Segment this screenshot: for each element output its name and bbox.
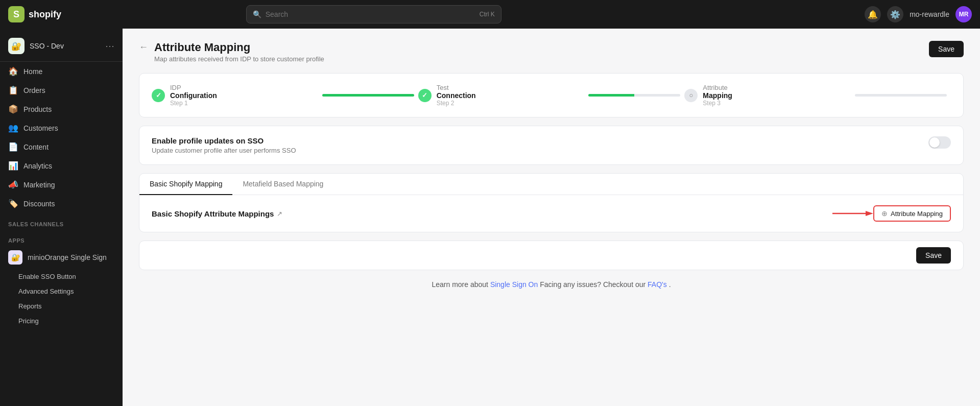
- shopify-logo: S shopify: [8, 6, 61, 22]
- step-3-name: Mapping: [703, 91, 732, 100]
- home-icon: 🏠: [8, 66, 18, 76]
- step-2-name: Connection: [437, 91, 476, 100]
- step-3: ○ Attribute Mapping Step 3: [684, 84, 851, 107]
- external-link-icon[interactable]: ↗: [277, 210, 282, 218]
- sidebar-item-reports[interactable]: Reports: [0, 299, 123, 314]
- step-1: ✓ IDP Configuration Step 1: [152, 84, 318, 107]
- tabs-card: Basic Shopify Mapping Metafield Based Ma…: [139, 173, 964, 232]
- tab-basic-shopify[interactable]: Basic Shopify Mapping: [139, 174, 232, 195]
- enable-sso-label: Enable SSO Button: [18, 273, 76, 280]
- page-title: Attribute Mapping: [154, 41, 324, 54]
- faq-link[interactable]: FAQ's: [648, 280, 667, 289]
- tabs-row: Basic Shopify Mapping Metafield Based Ma…: [139, 174, 963, 195]
- toggle-card: Enable profile updates on SSO Update cus…: [139, 126, 964, 165]
- search-shortcut: Ctrl K: [480, 11, 495, 18]
- single-sign-on-link[interactable]: Single Sign On: [490, 280, 538, 289]
- topbar-right: 🔔 ⚙️ mo-rewardle MR: [865, 6, 972, 22]
- miniorange-app-name: minioOrange Single Sign: [28, 253, 107, 261]
- footer-save-button[interactable]: Save: [916, 247, 951, 264]
- customers-icon: 👥: [8, 123, 18, 133]
- content-icon: 📄: [8, 142, 18, 152]
- learn-more-suffix: .: [669, 280, 671, 289]
- sidebar-item-advanced-settings[interactable]: Advanced Settings: [0, 284, 123, 299]
- topbar: S shopify 🔍 Ctrl K 🔔 ⚙️ mo-rewardle MR: [0, 0, 980, 29]
- search-input[interactable]: [266, 10, 475, 18]
- page-title-block: Attribute Mapping Map attributes receive…: [154, 41, 324, 63]
- app-expand-icon[interactable]: ⋯: [105, 40, 114, 52]
- sidebar: 🔐 SSO - Dev ⋯ 🏠 Home 📋 Orders 📦 Products…: [0, 29, 123, 406]
- steps-row: ✓ IDP Configuration Step 1 ✓ Test Connec…: [152, 84, 951, 107]
- header-save-button[interactable]: Save: [929, 41, 964, 57]
- products-icon: 📦: [8, 104, 18, 114]
- sidebar-item-discounts-label: Discounts: [23, 200, 55, 208]
- reports-label: Reports: [18, 302, 42, 310]
- shopify-logo-icon: S: [8, 6, 25, 22]
- sales-channels-label: Sales channels: [0, 213, 123, 229]
- tab-metafield[interactable]: Metafield Based Mapping: [232, 174, 333, 195]
- step-progress-1: [322, 94, 414, 97]
- sidebar-item-customers-label: Customers: [23, 124, 58, 132]
- sidebar-item-orders-label: Orders: [23, 86, 45, 94]
- app-header-actions[interactable]: ⋯: [105, 40, 114, 52]
- sidebar-item-products[interactable]: 📦 Products: [0, 100, 123, 118]
- attr-mapping-title: Basic Shopify Attribute Mappings: [152, 209, 274, 218]
- sidebar-item-marketing-label: Marketing: [23, 181, 55, 189]
- step-3-info: Attribute Mapping Step 3: [703, 84, 732, 107]
- step-2-label: Test: [437, 84, 476, 91]
- sidebar-item-customers[interactable]: 👥 Customers: [0, 118, 123, 137]
- step-2-num: Step 2: [437, 100, 476, 107]
- arrow-highlight: ⊕ Attribute Mapping: [832, 205, 951, 222]
- step-1-num: Step 1: [170, 100, 217, 107]
- toggle-title: Enable profile updates on SSO: [152, 136, 928, 145]
- settings-icon[interactable]: ⚙️: [887, 6, 903, 22]
- user-avatar[interactable]: MR: [955, 6, 972, 22]
- sidebar-item-analytics[interactable]: 📊 Analytics: [0, 156, 123, 175]
- tab-content-row: Basic Shopify Attribute Mappings ↗ ⊕ Att…: [152, 205, 951, 222]
- discounts-icon: 🏷️: [8, 199, 18, 208]
- footer-card: Save: [139, 241, 964, 270]
- step-2-info: Test Connection Step 2: [437, 84, 476, 107]
- main-content: ← Attribute Mapping Map attributes recei…: [123, 29, 980, 406]
- search-icon: 🔍: [253, 10, 261, 18]
- red-arrow: [832, 208, 873, 219]
- learn-more-middle: Facing any issues? Checkout our: [540, 280, 648, 289]
- app-icon: 🔐: [8, 38, 25, 54]
- apps-label: Apps: [0, 229, 123, 246]
- toggle-switch[interactable]: [928, 136, 951, 149]
- tab-content: Basic Shopify Attribute Mappings ↗ ⊕ Att…: [139, 195, 963, 232]
- page-header: ← Attribute Mapping Map attributes recei…: [139, 41, 964, 63]
- step-progress-2: [588, 94, 680, 97]
- sidebar-item-discounts[interactable]: 🏷️ Discounts: [0, 194, 123, 213]
- miniorange-app-header[interactable]: 🔐 minioOrange Single Sign: [0, 246, 123, 269]
- attribute-mapping-btn-label: Attribute Mapping: [891, 210, 943, 218]
- sidebar-item-pricing[interactable]: Pricing: [0, 314, 123, 328]
- step-3-label: Attribute: [703, 84, 732, 91]
- sidebar-item-enable-sso[interactable]: Enable SSO Button: [0, 269, 123, 284]
- arrow-svg: [832, 208, 873, 219]
- toggle-knob: [929, 137, 940, 148]
- step-2-icon: ✓: [418, 89, 432, 102]
- attribute-mapping-button[interactable]: ⊕ Attribute Mapping: [873, 205, 951, 222]
- sidebar-item-content[interactable]: 📄 Content: [0, 137, 123, 156]
- steps-card: ✓ IDP Configuration Step 1 ✓ Test Connec…: [139, 73, 964, 117]
- pricing-label: Pricing: [18, 317, 39, 325]
- sidebar-item-marketing[interactable]: 📣 Marketing: [0, 175, 123, 194]
- notification-icon[interactable]: 🔔: [865, 6, 881, 22]
- app-name: SSO - Dev: [30, 42, 64, 50]
- sidebar-item-products-label: Products: [23, 105, 52, 113]
- step-3-icon: ○: [684, 89, 698, 102]
- step-progress-3: [855, 94, 947, 97]
- header-save-area: Save: [929, 41, 964, 57]
- page-subtitle: Map attributes received from IDP to stor…: [154, 55, 324, 63]
- back-button[interactable]: ←: [139, 42, 148, 53]
- advanced-settings-label: Advanced Settings: [18, 288, 74, 295]
- layout: 🔐 SSO - Dev ⋯ 🏠 Home 📋 Orders 📦 Products…: [0, 29, 980, 406]
- search-bar[interactable]: 🔍 Ctrl K: [246, 5, 501, 23]
- step-1-label: IDP: [170, 84, 217, 91]
- sidebar-item-orders[interactable]: 📋 Orders: [0, 81, 123, 100]
- sidebar-item-home-label: Home: [23, 67, 42, 76]
- sidebar-item-content-label: Content: [23, 143, 49, 151]
- analytics-icon: 📊: [8, 161, 18, 171]
- sidebar-item-home[interactable]: 🏠 Home: [0, 62, 123, 81]
- app-header: 🔐 SSO - Dev ⋯: [0, 33, 123, 62]
